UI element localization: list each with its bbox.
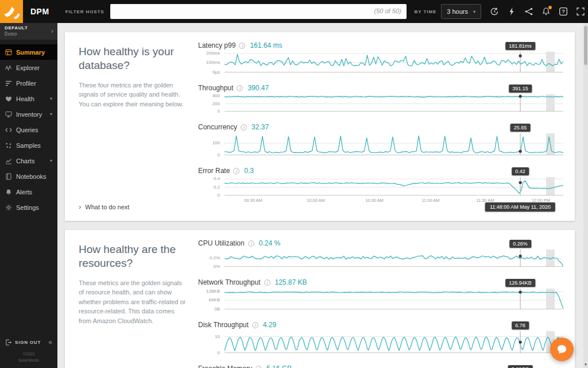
plot-row: 0.2%0%0.26% xyxy=(198,250,563,267)
y-tick-label: 0.4 xyxy=(214,176,220,181)
chart-freeable-memory: Freeable Memoryi5.16 GB5.22GB xyxy=(198,362,563,368)
y-tick-label: 0 xyxy=(218,193,220,198)
chart-header: Error Ratei0.3 xyxy=(198,164,563,177)
inventory-icon xyxy=(5,111,12,118)
x-tick-label: 09:30 AM xyxy=(244,198,262,203)
scroll-down-button[interactable]: ▼ xyxy=(583,362,588,367)
y-tick-label: 400 xyxy=(212,93,220,98)
charts-icon xyxy=(5,158,12,164)
copyright-year: ©2020 xyxy=(0,351,57,358)
charts-column: CPU Utilizationi0.24 %0.2%0%0.26%Network… xyxy=(198,230,575,368)
plot-area[interactable]: 0.26% xyxy=(225,250,563,267)
section-intro: How healthy is your database? These four… xyxy=(65,32,198,221)
y-tick-label: 100ms xyxy=(206,60,220,65)
sidebar-item-label: Profiler xyxy=(16,80,36,87)
y-tick-label: 0μs xyxy=(212,70,220,75)
vertical-scrollbar[interactable]: ▼ xyxy=(583,23,588,368)
plot-area[interactable]: 181.81ms xyxy=(225,52,563,72)
environment-switcher[interactable]: DEFAULT Demo › xyxy=(0,23,57,40)
chart-current-value: 0.24 % xyxy=(259,239,280,247)
sidebar-item-samples[interactable]: Samples xyxy=(0,137,57,153)
y-tick-label: 128KB xyxy=(206,289,220,294)
sidebar-item-charts[interactable]: Charts▾ xyxy=(0,153,57,168)
info-icon[interactable]: i xyxy=(239,43,245,49)
sign-out-label: SIGN OUT xyxy=(15,340,41,345)
plot-area[interactable]: 391.15 xyxy=(225,94,563,112)
sidebar-item-label: Charts xyxy=(16,158,34,164)
notifications-button[interactable] xyxy=(539,4,554,20)
insights-button[interactable] xyxy=(504,4,520,20)
sidebar-item-label: Explorer xyxy=(16,64,40,71)
plot-area[interactable]: 126.94KB xyxy=(225,289,563,309)
chart-canvas[interactable] xyxy=(225,133,563,155)
what-to-do-next-label: What to do next xyxy=(85,204,129,210)
chart-title: CPU Utilization xyxy=(198,239,245,247)
y-tick-label: 0 xyxy=(218,350,220,355)
chart-canvas[interactable] xyxy=(225,250,563,267)
sidebar-item-profiler[interactable]: Profiler xyxy=(0,75,57,91)
sidebar-item-notebooks[interactable]: Notebooks xyxy=(0,168,57,184)
plot-area[interactable]: 6.78 xyxy=(225,331,563,353)
what-to-do-next-link[interactable]: › What to do next xyxy=(79,203,129,210)
chevron-down-icon: ▾ xyxy=(50,112,52,117)
sign-out-button[interactable]: SIGN OUT xyxy=(5,339,41,346)
collapse-sidebar-button[interactable]: « xyxy=(48,339,52,346)
filter-hosts-input[interactable] xyxy=(110,4,407,19)
chat-launcher-button[interactable] xyxy=(550,338,574,361)
plot-area[interactable]: 0.4209:30 AM10:00 AM10:30 AM11:00 AM11:3… xyxy=(225,177,563,195)
time-range-select[interactable]: 3 hours ▾ xyxy=(441,4,481,19)
plot-area[interactable]: 25.65 xyxy=(225,133,563,155)
x-tick-label: 10:00 AM xyxy=(307,198,325,203)
fullscreen-button[interactable] xyxy=(573,4,588,20)
chart-current-value: 0.3 xyxy=(244,167,254,175)
chart-current-value: 32.37 xyxy=(252,123,269,131)
plot-row: 100025.65 xyxy=(198,133,563,155)
info-icon[interactable]: i xyxy=(248,240,254,247)
hover-tooltip: 6.78 xyxy=(512,321,529,329)
refresh-button[interactable] xyxy=(487,4,502,20)
info-icon[interactable]: i xyxy=(252,322,258,328)
chart-title: Throughput xyxy=(198,84,233,92)
sidebar-item-summary[interactable]: Summary xyxy=(0,44,57,60)
sidebar-item-label: Notebooks xyxy=(16,173,47,180)
chart-error-rate: Error Ratei0.30.40.200.4209:30 AM10:00 A… xyxy=(198,164,563,195)
sidebar-item-inventory[interactable]: Inventory▾ xyxy=(0,106,57,122)
time-range-value: 3 hours xyxy=(447,8,468,15)
chart-canvas[interactable] xyxy=(225,289,563,309)
chart-canvas[interactable] xyxy=(225,94,563,112)
y-tick-label: 10 xyxy=(215,334,220,339)
plot-row: 128KB64KB0B126.94KB xyxy=(198,289,563,309)
info-icon[interactable]: i xyxy=(256,366,262,368)
scrollbar-thumb[interactable] xyxy=(584,26,587,65)
chart-current-value: 4.29 xyxy=(263,321,276,329)
chart-canvas[interactable] xyxy=(225,177,563,195)
help-button[interactable]: ? xyxy=(556,4,571,20)
health-icon xyxy=(5,95,12,102)
topbar-actions: ? xyxy=(487,4,588,20)
info-icon[interactable]: i xyxy=(241,124,247,131)
environment-label: DEFAULT xyxy=(5,25,53,30)
section-intro: How healthy are the resources? These met… xyxy=(65,230,198,368)
info-icon[interactable]: i xyxy=(233,168,239,174)
chart-concurrency: Concurrencyi32.37100025.65 xyxy=(198,121,563,155)
filter-hosts-field[interactable]: (50 of 50) xyxy=(110,4,407,19)
alerts-icon xyxy=(5,189,12,195)
chart-header: Concurrencyi32.37 xyxy=(198,121,563,133)
sidebar-item-explorer[interactable]: Explorer xyxy=(0,60,57,75)
chart-canvas[interactable] xyxy=(225,52,563,72)
solarwinds-logo[interactable] xyxy=(0,0,23,23)
y-tick-label: 200 xyxy=(212,101,220,106)
sidebar-item-settings[interactable]: Settings xyxy=(0,200,57,215)
sidebar-item-queries[interactable]: Queries xyxy=(0,122,57,137)
chart-cpu-utilization: CPU Utilizationi0.24 %0.2%0%0.26% xyxy=(198,237,563,267)
y-tick-label: 0 xyxy=(218,109,220,114)
section-description: These metrics are the golden signals of … xyxy=(79,278,188,326)
share-button[interactable] xyxy=(521,4,537,20)
chart-canvas[interactable] xyxy=(225,331,563,353)
info-icon[interactable]: i xyxy=(264,279,270,286)
info-icon[interactable]: i xyxy=(237,85,243,91)
sidebar-item-alerts[interactable]: Alerts xyxy=(0,184,57,200)
sidebar-item-health[interactable]: Health▾ xyxy=(0,91,57,106)
y-tick-label: 200ms xyxy=(206,51,220,56)
sidebar-item-label: Queries xyxy=(16,126,38,133)
